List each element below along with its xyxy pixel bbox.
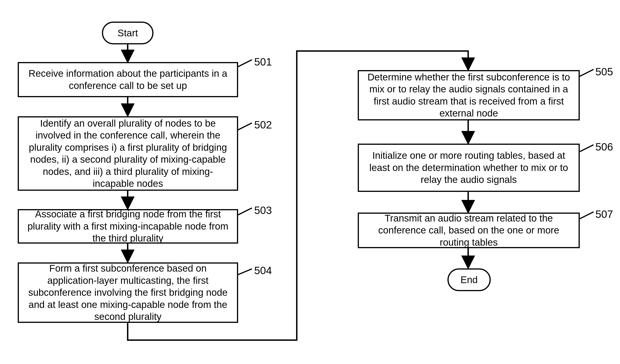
step-504: Form a first subconference based on appl…	[18, 262, 238, 323]
ref-504: 504	[254, 264, 272, 277]
end-label: End	[461, 274, 478, 285]
start-terminal: Start	[102, 22, 154, 44]
step-506: Initialize one or more routing tables, b…	[358, 144, 580, 192]
step-507: Transmit an audio stream related to the …	[358, 213, 580, 248]
flowchart-canvas: Start Receive information about the part…	[0, 0, 620, 364]
step-503: Associate a first bridging node from the…	[18, 209, 238, 244]
ref-503: 503	[254, 204, 272, 217]
ref-501: 501	[254, 56, 272, 68]
step-502-text: Identify an overall plurality of nodes t…	[23, 117, 232, 190]
ref-506: 506	[595, 141, 613, 153]
step-503-text: Associate a first bridging node from the…	[23, 208, 232, 245]
step-501-text: Receive information about the participan…	[23, 68, 232, 92]
step-505-text: Determine whether the first subconferenc…	[363, 71, 574, 119]
ref-507: 507	[595, 208, 613, 220]
step-506-text: Initialize one or more routing tables, b…	[363, 150, 574, 186]
ref-505: 505	[595, 65, 613, 78]
step-502: Identify an overall plurality of nodes t…	[18, 116, 238, 191]
step-507-text: Transmit an audio stream related to the …	[363, 212, 574, 249]
ref-502: 502	[254, 118, 272, 131]
start-label: Start	[118, 28, 138, 39]
step-501: Receive information about the participan…	[18, 62, 238, 97]
step-504-text: Form a first subconference based on appl…	[23, 262, 232, 323]
end-terminal: End	[448, 268, 491, 291]
step-505: Determine whether the first subconferenc…	[358, 70, 580, 120]
